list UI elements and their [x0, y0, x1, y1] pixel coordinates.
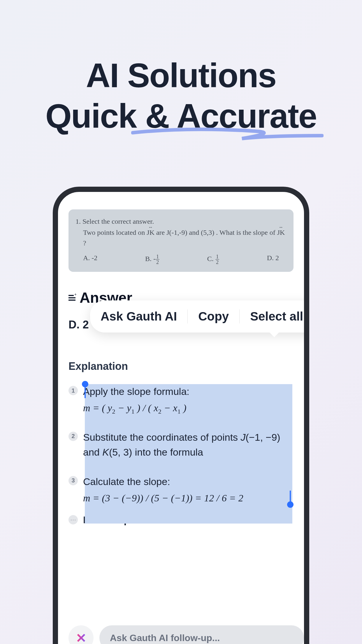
headline-line1: AI Solutions	[86, 57, 276, 94]
step-2: 2 Substitute the coordinates of points J…	[68, 430, 294, 460]
option-b[interactable]: B. -12	[145, 254, 159, 265]
explanation-steps: 1 Apply the slope formula: m = ( y2 − y1…	[68, 384, 294, 504]
option-c[interactable]: C. 12	[207, 254, 219, 265]
answer-list-icon	[68, 295, 75, 301]
step-1: 1 Apply the slope formula: m = ( y2 − y1…	[68, 384, 294, 415]
step-number: 3	[68, 476, 78, 485]
step-text: Substitute the coordinates of points J(−…	[83, 430, 294, 460]
more-dots-icon: ⋯	[68, 515, 78, 524]
step-number: 1	[68, 386, 78, 395]
option-a[interactable]: A. -2	[83, 254, 97, 265]
gauth-logo-icon[interactable]: ✕	[68, 625, 94, 644]
marketing-headline: AI Solutions Quick & Accurate	[0, 0, 362, 136]
phone-frame: 1. Select the correct answer. Two points…	[53, 187, 309, 644]
menu-copy[interactable]: Copy	[188, 309, 240, 323]
underline-swoosh-icon	[131, 125, 324, 146]
followup-placeholder: Ask Gauth AI follow-up...	[110, 633, 220, 643]
question-box: 1. Select the correct answer. Two points…	[68, 209, 294, 272]
selection-handle-start-icon[interactable]	[82, 381, 88, 387]
question-options: A. -2 B. -12 C. 12 D. 2	[75, 254, 287, 265]
context-menu: Ask Gauth AI Copy Select all	[90, 300, 309, 332]
step-3: 3 Calculate the slope: m = (3 − (−9)) / …	[68, 474, 294, 504]
question-text: Two points located on JK are J(-1,-9) an…	[83, 227, 287, 248]
step-formula: m = ( y2 − y1 ) / ( x2 − x1 )	[83, 402, 189, 415]
selection-handle-end-icon[interactable]	[287, 501, 294, 508]
option-d[interactable]: D. 2	[267, 254, 279, 265]
step-formula: m = (3 − (−9)) / (5 − (−1)) = 12 / 6 = 2	[83, 493, 243, 504]
menu-ask-gauth-ai[interactable]: Ask Gauth AI	[90, 309, 188, 323]
followup-bar: ✕ Ask Gauth AI follow-up...	[68, 625, 304, 644]
menu-select-all[interactable]: Select all	[240, 309, 309, 323]
question-title: 1. Select the correct answer.	[75, 218, 287, 225]
step-text: Apply the slope formula:	[83, 384, 189, 399]
explanation-heading: Explanation	[68, 360, 294, 372]
step-number: 2	[68, 432, 78, 441]
step-text: Calculate the slope:	[83, 474, 243, 489]
followup-input[interactable]: Ask Gauth AI follow-up...	[99, 625, 304, 644]
